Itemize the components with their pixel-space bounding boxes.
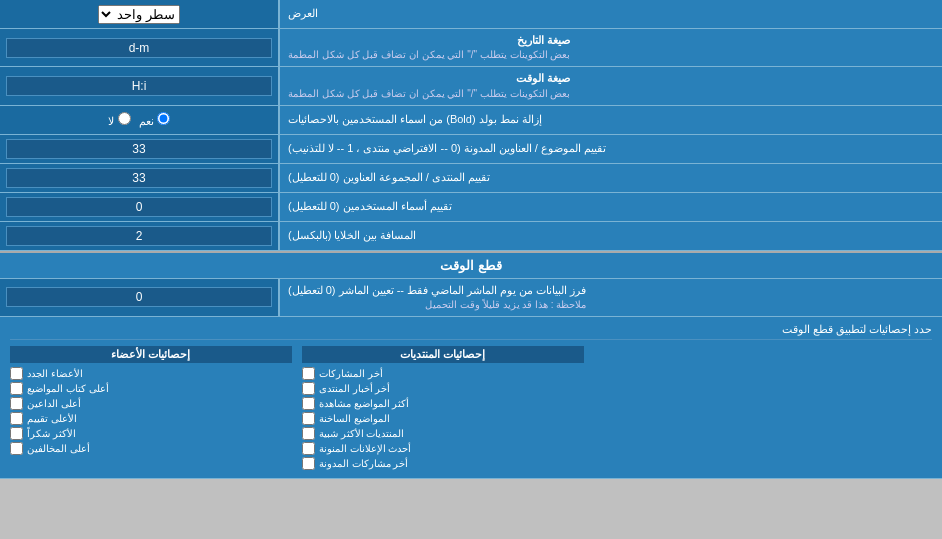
cell-spacing-label: المسافة بين الخلايا (بالبكسل) [280, 222, 942, 250]
date-format-label: صيغة التاريخ بعض التكوينات يتطلب "/" الت… [280, 29, 942, 66]
stat-checkbox-2[interactable] [302, 382, 315, 395]
title-label: العرض [280, 0, 942, 28]
cutoff-input-cell [0, 279, 280, 316]
stat-mem-item-1: الأعضاء الجدد [10, 367, 292, 380]
radio-yes-label: نعم [139, 112, 170, 128]
stat-checkbox-5[interactable] [302, 427, 315, 440]
stat-item-6: أحدث الإعلانات المنونة [302, 442, 584, 455]
topics-sort-input-cell [0, 135, 280, 163]
cell-spacing-text: المسافة بين الخلايا (بالبكسل) [288, 228, 417, 243]
radio-no[interactable] [118, 112, 131, 125]
stat-mem-item-2: أعلى كتاب المواضيع [10, 382, 292, 395]
stat-mem-item-5: الأكثر شكراً [10, 427, 292, 440]
stat-mem-checkbox-3[interactable] [10, 397, 23, 410]
stat-mem-label-3: أعلى الداعين [27, 398, 81, 409]
stat-checkbox-6[interactable] [302, 442, 315, 455]
stats-section: حدد إحصائيات لتطبيق قطع الوقت إحصائيات ا… [0, 317, 942, 479]
cell-spacing-input[interactable] [6, 226, 272, 246]
stat-mem-label-4: الأعلى تقييم [27, 413, 77, 424]
header-row: العرض سطر واحد سطران ثلاثة أسطر [0, 0, 942, 29]
topics-sort-input[interactable] [6, 139, 272, 159]
stat-item-4: المواضيع الساخنة [302, 412, 584, 425]
date-format-title: صيغة التاريخ [288, 33, 570, 48]
radio-no-label: لا [108, 112, 130, 128]
date-format-input[interactable] [6, 38, 272, 58]
stat-label-7: أخر مشاركات المدونة [319, 458, 409, 469]
time-format-input-cell [0, 67, 280, 104]
cutoff-main-text: فرز البيانات من يوم الماشر الماضي فقط --… [288, 283, 586, 298]
stat-label-3: أكثر المواضيع مشاهدة [319, 398, 410, 409]
stat-mem-item-3: أعلى الداعين [10, 397, 292, 410]
stat-item-3: أكثر المواضيع مشاهدة [302, 397, 584, 410]
cell-spacing-input-cell [0, 222, 280, 250]
time-format-note: بعض التكوينات يتطلب "/" التي يمكن ان تضا… [288, 87, 570, 101]
stat-mem-label-2: أعلى كتاب المواضيع [27, 383, 109, 394]
time-format-title: صيغة الوقت [288, 71, 570, 86]
forum-sort-row: تقييم المنتدى / المجموعة العناوين (0 للت… [0, 164, 942, 193]
stat-mem-checkbox-5[interactable] [10, 427, 23, 440]
stat-checkbox-1[interactable] [302, 367, 315, 380]
page-title: العرض [288, 6, 318, 21]
stats-section-title: حدد إحصائيات لتطبيق قطع الوقت [10, 323, 932, 340]
stat-label-6: أحدث الإعلانات المنونة [319, 443, 412, 454]
forum-sort-input-cell [0, 164, 280, 192]
forum-sort-text: تقييم المنتدى / المجموعة العناوين (0 للت… [288, 170, 490, 185]
radio-yes[interactable] [157, 112, 170, 125]
users-sort-text: تقييم أسماء المستخدمين (0 للتعطيل) [288, 199, 452, 214]
cutoff-title: قطع الوقت [440, 258, 502, 273]
display-mode-cell: سطر واحد سطران ثلاثة أسطر [0, 0, 280, 28]
users-sort-label: تقييم أسماء المستخدمين (0 للتعطيل) [280, 193, 942, 221]
stat-label-5: المنتديات الأكثر شبية [319, 428, 405, 439]
stat-label-1: أخر المشاركات [319, 368, 383, 379]
stat-mem-label-5: الأكثر شكراً [27, 428, 76, 439]
stat-mem-checkbox-6[interactable] [10, 442, 23, 455]
member-stats-col-title: إحصائيات الأعضاء [10, 346, 292, 363]
date-format-row: صيغة التاريخ بعض التكوينات يتطلب "/" الت… [0, 29, 942, 67]
date-format-note: بعض التكوينات يتطلب "/" التي يمكن ان تضا… [288, 48, 570, 62]
stat-mem-item-6: أعلى المخالفين [10, 442, 292, 455]
bold-remove-text: إزالة نمط بولد (Bold) من اسماء المستخدمي… [288, 112, 542, 127]
forum-stats-col: إحصائيات المنتديات أخر المشاركات أخر أخب… [302, 346, 584, 472]
users-sort-row: تقييم أسماء المستخدمين (0 للتعطيل) [0, 193, 942, 222]
bold-remove-radio-cell: نعم لا [0, 106, 280, 134]
stat-item-5: المنتديات الأكثر شبية [302, 427, 584, 440]
stat-label-2: أخر أخبار المنتدى [319, 383, 391, 394]
stats-title-text: حدد إحصائيات لتطبيق قطع الوقت [782, 323, 932, 335]
stat-label-4: المواضيع الساخنة [319, 413, 390, 424]
forum-sort-label: تقييم المنتدى / المجموعة العناوين (0 للت… [280, 164, 942, 192]
users-sort-input[interactable] [6, 197, 272, 217]
topics-sort-row: تقييم الموضوع / العناوين المدونة (0 -- ا… [0, 135, 942, 164]
forum-stats-col-title: إحصائيات المنتديات [302, 346, 584, 363]
cutoff-section-header: قطع الوقت [0, 251, 942, 279]
cell-spacing-row: المسافة بين الخلايا (بالبكسل) [0, 222, 942, 251]
stat-checkbox-7[interactable] [302, 457, 315, 470]
stat-mem-checkbox-4[interactable] [10, 412, 23, 425]
stat-mem-item-4: الأعلى تقييم [10, 412, 292, 425]
topics-sort-label: تقييم الموضوع / العناوين المدونة (0 -- ا… [280, 135, 942, 163]
time-format-row: صيغة الوقت بعض التكوينات يتطلب "/" التي … [0, 67, 942, 105]
time-format-label: صيغة الوقت بعض التكوينات يتطلب "/" التي … [280, 67, 942, 104]
stat-mem-label-1: الأعضاء الجدد [27, 368, 83, 379]
member-stats-col: إحصائيات الأعضاء الأعضاء الجدد أعلى كتاب… [10, 346, 292, 472]
stat-mem-checkbox-1[interactable] [10, 367, 23, 380]
cutoff-note: ملاحظة : هذا قد يزيد قليلاً وقت التحميل [288, 298, 586, 312]
stat-mem-checkbox-2[interactable] [10, 382, 23, 395]
topics-sort-text: تقييم الموضوع / العناوين المدونة (0 -- ا… [288, 141, 606, 156]
cutoff-label: فرز البيانات من يوم الماشر الماضي فقط --… [280, 279, 942, 316]
stat-checkbox-3[interactable] [302, 397, 315, 410]
cutoff-input[interactable] [6, 287, 272, 307]
date-format-input-cell [0, 29, 280, 66]
time-format-input[interactable] [6, 76, 272, 96]
stat-item-7: أخر مشاركات المدونة [302, 457, 584, 470]
forum-sort-input[interactable] [6, 168, 272, 188]
stat-item-1: أخر المشاركات [302, 367, 584, 380]
display-mode-select[interactable]: سطر واحد سطران ثلاثة أسطر [98, 5, 180, 24]
users-sort-input-cell [0, 193, 280, 221]
bold-remove-row: إزالة نمط بولد (Bold) من اسماء المستخدمي… [0, 106, 942, 135]
bold-remove-radio-group: نعم لا [100, 112, 177, 128]
main-container: العرض سطر واحد سطران ثلاثة أسطر صيغة الت… [0, 0, 942, 479]
bold-remove-label: إزالة نمط بولد (Bold) من اسماء المستخدمي… [280, 106, 942, 134]
stat-checkbox-4[interactable] [302, 412, 315, 425]
cutoff-row: فرز البيانات من يوم الماشر الماضي فقط --… [0, 279, 942, 317]
stat-item-2: أخر أخبار المنتدى [302, 382, 584, 395]
